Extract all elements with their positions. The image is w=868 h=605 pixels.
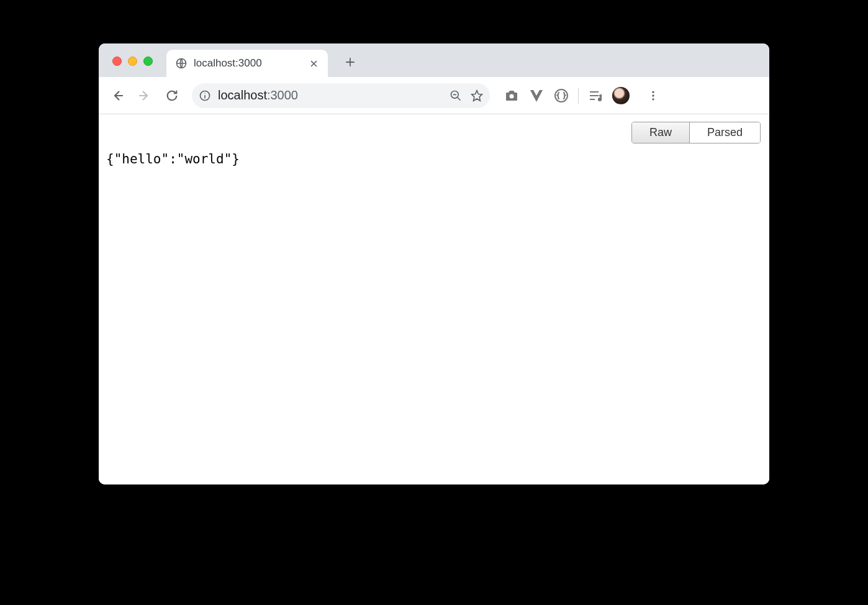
back-button[interactable] (105, 83, 130, 108)
new-tab-button[interactable] (339, 51, 361, 73)
svg-point-8 (510, 94, 514, 98)
response-body: {"hello":"world"} (106, 152, 762, 166)
window-minimize-button[interactable] (128, 57, 137, 66)
browser-tab[interactable]: localhost:3000 (166, 50, 328, 77)
zoom-out-icon[interactable] (449, 89, 463, 102)
browser-window: localhost:3000 localhost:3000 (99, 43, 769, 484)
site-info-icon[interactable] (198, 89, 212, 102)
profile-avatar[interactable] (612, 87, 630, 104)
url-text: localhost:3000 (218, 88, 443, 102)
tab-strip: localhost:3000 (99, 43, 769, 77)
view-toggle: Raw Parsed (631, 122, 761, 143)
raw-tab[interactable]: Raw (632, 122, 690, 143)
browser-toolbar: localhost:3000 (99, 77, 769, 114)
svg-marker-7 (472, 90, 482, 101)
svg-point-3 (204, 93, 206, 94)
parsed-tab[interactable]: Parsed (690, 122, 760, 143)
browser-menu-icon[interactable] (642, 84, 664, 107)
window-close-button[interactable] (112, 57, 122, 66)
bookmark-star-icon[interactable] (470, 89, 484, 102)
address-bar[interactable]: localhost:3000 (192, 83, 490, 108)
window-controls (107, 57, 158, 77)
separator (578, 88, 579, 104)
reload-button[interactable] (160, 83, 184, 108)
forward-button[interactable] (132, 83, 157, 108)
svg-line-5 (458, 97, 461, 100)
svg-point-10 (652, 91, 654, 93)
window-maximize-button[interactable] (143, 57, 153, 66)
media-playlist-icon[interactable] (587, 88, 604, 104)
json-braces-icon[interactable] (553, 88, 569, 104)
vue-icon[interactable] (528, 88, 545, 104)
url-host: localhost (218, 88, 267, 102)
globe-icon (175, 57, 188, 70)
svg-point-12 (652, 98, 654, 100)
tab-title: localhost:3000 (194, 57, 302, 70)
camera-icon[interactable] (504, 88, 520, 104)
tab-close-icon[interactable] (308, 58, 319, 69)
svg-point-11 (652, 94, 654, 96)
page-content: Raw Parsed {"hello":"world"} (99, 114, 769, 484)
extensions-area (504, 84, 664, 107)
url-port: :3000 (267, 88, 298, 102)
